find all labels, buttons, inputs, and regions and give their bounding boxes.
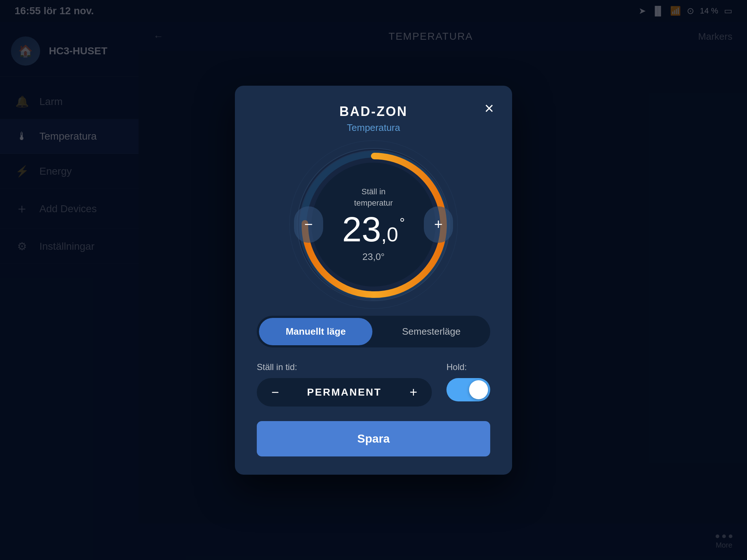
increase-temp-button[interactable]: + bbox=[424, 206, 453, 243]
modal-title: BAD-ZON bbox=[257, 104, 490, 119]
set-temp-label: Ställ intemperatur bbox=[354, 186, 393, 209]
mode-tabs: Manuellt läge Semesterläge bbox=[257, 316, 490, 347]
hold-control-group: Hold: bbox=[446, 362, 490, 401]
hold-label: Hold: bbox=[446, 362, 467, 372]
current-temp: 23,0° bbox=[362, 251, 384, 262]
inner-circle: Ställ intemperatur 23,0 ° 23,0° bbox=[311, 163, 436, 287]
hold-toggle[interactable] bbox=[446, 378, 490, 401]
permanent-minus-button[interactable]: − bbox=[268, 385, 283, 400]
permanent-plus-button[interactable]: + bbox=[406, 385, 421, 400]
tab-semester[interactable]: Semesterläge bbox=[375, 318, 488, 345]
temp-display: 23,0 ° bbox=[342, 212, 405, 247]
toggle-knob bbox=[469, 380, 488, 399]
decrease-temp-button[interactable]: − bbox=[294, 206, 323, 243]
outer-ring: − Ställ intemperatur 23,0 ° 23,0° bbox=[297, 148, 450, 301]
modal-header: BAD-ZON bbox=[257, 104, 490, 119]
controls-row: Ställ in tid: − PERMANENT + Hold: bbox=[257, 362, 490, 407]
modal-subtitle: Temperatura bbox=[257, 122, 490, 133]
close-button[interactable]: × bbox=[484, 100, 494, 116]
time-control-group: Ställ in tid: − PERMANENT + bbox=[257, 362, 432, 407]
set-time-label: Ställ in tid: bbox=[257, 362, 432, 372]
temp-value: 23,0 bbox=[342, 212, 398, 247]
modal-backdrop: × BAD-ZON Temperatura bbox=[0, 0, 747, 560]
modal: × BAD-ZON Temperatura bbox=[235, 86, 512, 475]
tab-manual[interactable]: Manuellt läge bbox=[259, 318, 372, 345]
temp-degree: ° bbox=[400, 215, 405, 231]
save-button[interactable]: Spara bbox=[257, 421, 490, 456]
thermostat-container: − Ställ intemperatur 23,0 ° 23,0° bbox=[257, 148, 490, 301]
permanent-label: PERMANENT bbox=[290, 386, 399, 398]
permanent-control: − PERMANENT + bbox=[257, 378, 432, 407]
